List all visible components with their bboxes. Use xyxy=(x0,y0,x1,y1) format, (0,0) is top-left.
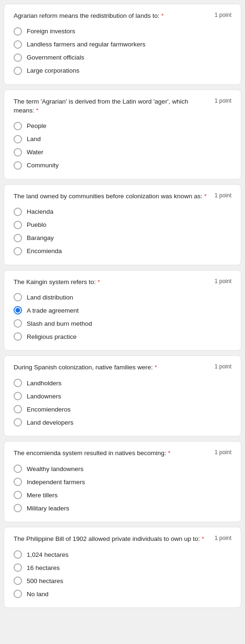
option-row-6-3[interactable]: Mere tillers xyxy=(14,491,231,499)
question-card-5: During Spanish colonization, native fami… xyxy=(4,355,241,436)
option-row-3-2[interactable]: Pueblo xyxy=(14,221,231,229)
radio-button[interactable] xyxy=(14,550,22,559)
option-row-7-4[interactable]: No land xyxy=(14,590,231,598)
radio-button[interactable] xyxy=(14,491,22,499)
option-label-7-1: 1,024 hectares xyxy=(27,551,68,558)
option-label-3-4: Encomienda xyxy=(27,247,62,255)
option-label-6-2: Independent farmers xyxy=(27,479,85,486)
option-row-4-4[interactable]: Religious practice xyxy=(14,332,231,341)
option-label-5-4: Land developers xyxy=(27,419,74,426)
radio-button[interactable] xyxy=(14,577,22,585)
question-card-4: The Kaingin system refers to: *1 pointLa… xyxy=(4,270,241,351)
required-star: * xyxy=(202,535,204,542)
radio-button[interactable] xyxy=(14,148,22,157)
option-row-1-1[interactable]: Foreign investors xyxy=(14,27,231,36)
points-label: 1 point xyxy=(215,12,231,18)
radio-button[interactable] xyxy=(14,122,22,130)
option-row-2-1[interactable]: People xyxy=(14,122,231,130)
question-text-6: The encomienda system resulted in native… xyxy=(14,449,215,458)
option-row-5-3[interactable]: Encomienderos xyxy=(14,405,231,413)
question-card-2: The term 'Agrarian' is derived from the … xyxy=(4,90,241,180)
option-row-6-1[interactable]: Wealthy landowners xyxy=(14,464,231,473)
question-card-1: Agrarian reform means the redistribution… xyxy=(4,4,241,85)
question-header: The Kaingin system refers to: *1 point xyxy=(14,278,231,287)
radio-button[interactable] xyxy=(14,563,22,572)
points-label: 1 point xyxy=(215,535,231,541)
option-row-7-2[interactable]: 16 hectares xyxy=(14,563,231,572)
option-label-6-1: Wealthy landowners xyxy=(27,465,83,472)
option-row-7-1[interactable]: 1,024 hectares xyxy=(14,550,231,559)
radio-button[interactable] xyxy=(14,208,22,216)
required-star: * xyxy=(155,364,157,371)
option-label-6-3: Mere tillers xyxy=(27,492,58,499)
radio-button[interactable] xyxy=(14,221,22,229)
points-label: 1 point xyxy=(215,97,231,104)
option-label-4-2: A trade agreement xyxy=(27,307,79,314)
option-label-3-1: Hacienda xyxy=(27,208,53,215)
radio-button[interactable] xyxy=(14,306,22,315)
required-star: * xyxy=(168,449,170,457)
required-star: * xyxy=(36,107,38,114)
option-row-1-2[interactable]: Landless farmers and regular farmworkers xyxy=(14,40,231,49)
option-label-4-1: Land distribution xyxy=(27,294,73,301)
radio-button[interactable] xyxy=(14,590,22,598)
option-label-4-3: Slash and burn method xyxy=(27,320,92,327)
option-row-2-2[interactable]: Land xyxy=(14,135,231,143)
radio-button[interactable] xyxy=(14,332,22,341)
question-text-2: The term 'Agrarian' is derived from the … xyxy=(14,97,215,115)
option-label-1-1: Foreign investors xyxy=(27,28,75,35)
option-row-2-3[interactable]: Water xyxy=(14,148,231,157)
option-row-2-4[interactable]: Community xyxy=(14,161,231,170)
option-row-4-3[interactable]: Slash and burn method xyxy=(14,319,231,328)
option-row-4-2[interactable]: A trade agreement xyxy=(14,306,231,315)
points-label: 1 point xyxy=(215,278,231,285)
radio-button[interactable] xyxy=(14,464,22,473)
question-header: During Spanish colonization, native fami… xyxy=(14,363,231,372)
option-row-6-4[interactable]: Military leaders xyxy=(14,504,231,512)
option-label-2-1: People xyxy=(27,122,46,129)
radio-button[interactable] xyxy=(14,319,22,328)
option-row-1-3[interactable]: Government officials xyxy=(14,53,231,62)
radio-button[interactable] xyxy=(14,40,22,49)
option-label-2-3: Water xyxy=(27,149,44,156)
points-label: 1 point xyxy=(215,192,231,199)
option-row-5-1[interactable]: Landholders xyxy=(14,379,231,387)
radio-button[interactable] xyxy=(14,293,22,301)
radio-button[interactable] xyxy=(14,247,22,255)
option-label-6-4: Military leaders xyxy=(27,505,69,512)
question-header: The encomienda system resulted in native… xyxy=(14,449,231,458)
question-card-7: The Philippine Bill of 1902 allowed priv… xyxy=(4,527,241,608)
option-row-5-4[interactable]: Land developers xyxy=(14,418,231,427)
radio-button[interactable] xyxy=(14,379,22,387)
radio-button[interactable] xyxy=(14,234,22,242)
question-header: The term 'Agrarian' is derived from the … xyxy=(14,97,231,115)
radio-button[interactable] xyxy=(14,67,22,75)
radio-button[interactable] xyxy=(14,161,22,170)
radio-button[interactable] xyxy=(14,504,22,512)
radio-button[interactable] xyxy=(14,418,22,427)
required-star: * xyxy=(204,193,207,200)
option-row-7-3[interactable]: 500 hectares xyxy=(14,577,231,585)
option-row-3-1[interactable]: Hacienda xyxy=(14,208,231,216)
radio-button[interactable] xyxy=(14,392,22,400)
option-row-6-2[interactable]: Independent farmers xyxy=(14,478,231,486)
radio-button[interactable] xyxy=(14,27,22,36)
required-star: * xyxy=(161,12,163,19)
option-row-3-3[interactable]: Barangay xyxy=(14,234,231,242)
radio-button[interactable] xyxy=(14,53,22,62)
question-text-5: During Spanish colonization, native fami… xyxy=(14,363,215,372)
option-row-4-1[interactable]: Land distribution xyxy=(14,293,231,301)
option-label-1-4: Large corporations xyxy=(27,67,80,74)
option-label-1-2: Landless farmers and regular farmworkers xyxy=(27,41,146,48)
question-card-6: The encomienda system resulted in native… xyxy=(4,441,241,522)
option-label-3-3: Barangay xyxy=(27,234,54,241)
option-label-7-3: 500 hectares xyxy=(27,577,63,584)
option-row-5-2[interactable]: Landowners xyxy=(14,392,231,400)
radio-button[interactable] xyxy=(14,478,22,486)
radio-button[interactable] xyxy=(14,405,22,413)
radio-button[interactable] xyxy=(14,135,22,143)
option-row-3-4[interactable]: Encomienda xyxy=(14,247,231,255)
option-row-1-4[interactable]: Large corporations xyxy=(14,67,231,75)
option-label-7-2: 16 hectares xyxy=(27,564,60,571)
question-header: Agrarian reform means the redistribution… xyxy=(14,12,231,21)
